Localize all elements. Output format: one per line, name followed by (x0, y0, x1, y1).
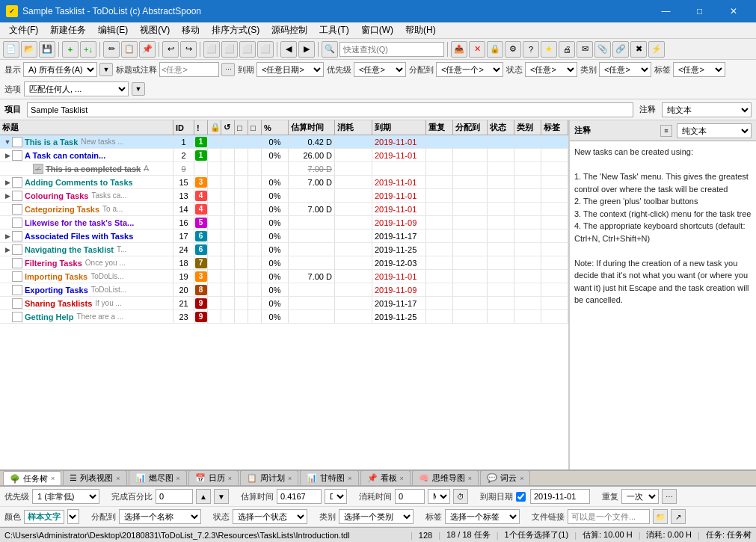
task-checkbox[interactable] (12, 191, 22, 201)
tb-next[interactable]: ▶ (298, 41, 315, 58)
expand-btn[interactable]: ▶ (3, 245, 12, 254)
col-recur[interactable]: ↺ (221, 120, 235, 135)
file-open-btn[interactable]: ↗ (671, 509, 686, 524)
tb-star[interactable]: ★ (541, 41, 557, 58)
tb-edit[interactable]: ✏ (103, 41, 120, 58)
estimate-unit-select[interactable]: D (325, 489, 347, 504)
tab-close-5[interactable]: × (348, 475, 351, 482)
category-select[interactable]: 选择一个类别 (339, 509, 414, 524)
col-c2[interactable]: □ (248, 120, 262, 135)
col-recur2[interactable]: 重复 (426, 120, 453, 135)
tab-close-7[interactable]: × (468, 475, 472, 482)
tb-print[interactable]: 🖨 (559, 41, 575, 58)
tab-close-6[interactable]: × (400, 475, 404, 482)
task-row[interactable]: ▶ Associated Files with Tasks 17 6 0% 20… (0, 230, 568, 243)
percent-down[interactable]: ▼ (214, 489, 229, 504)
priority-select[interactable]: 1 (非常低) (32, 489, 99, 504)
minimize-button[interactable]: — (649, 0, 683, 22)
tb-paste[interactable]: 📌 (139, 41, 156, 58)
tb-delete[interactable]: ✕ (469, 41, 485, 58)
file-input[interactable] (568, 509, 650, 524)
tb-b2[interactable]: ⬜ (221, 41, 238, 58)
col-tag[interactable]: 标签 (541, 120, 568, 135)
tab-燃尽图[interactable]: 📊燃尽图× (129, 470, 187, 485)
notes-panel-format-select[interactable]: 纯文本 (677, 123, 752, 138)
task-row[interactable]: Categorizing Tasks To a... 14 4 0% 7.00 … (0, 203, 568, 216)
col-status[interactable]: 状态 (488, 120, 514, 135)
tab-甘特图[interactable]: 📊甘特图× (300, 470, 358, 485)
tab-看板[interactable]: 📌看板× (360, 470, 411, 485)
close-button[interactable]: ✕ (716, 0, 750, 22)
estimate-input[interactable] (277, 489, 322, 504)
tab-列表视图[interactable]: ☰列表视图× (63, 470, 126, 485)
tb-find[interactable]: 🔍 (322, 41, 338, 58)
filter-selection-select[interactable]: 匹配任何人, ... (24, 81, 129, 96)
expand-btn[interactable]: ▶ (3, 191, 12, 200)
task-checkbox[interactable] (12, 258, 22, 268)
tab-任务树[interactable]: 🌳任务树× (3, 471, 61, 486)
filter-selection-btn[interactable]: ▼ (132, 82, 145, 96)
expand-btn[interactable]: ▶ (3, 178, 12, 187)
expand-btn[interactable]: ▶ (3, 232, 12, 241)
task-row[interactable]: Likewise for the task's Sta... 16 5 0% 2… (0, 216, 568, 230)
col-id[interactable]: ID (173, 120, 194, 135)
filter-assign-select[interactable]: <任意一个> (436, 62, 503, 77)
col-estimate[interactable]: 估算时间 (289, 120, 335, 135)
menu-item-v[interactable]: 视图(V) (134, 22, 176, 38)
task-row[interactable]: Filtering Tasks Once you ... 18 7 0% 201… (0, 256, 568, 270)
tb-b4[interactable]: ⬜ (257, 41, 274, 58)
filter-show-select[interactable]: A) 所有任务(A) (23, 62, 97, 77)
spent-input[interactable] (395, 489, 425, 504)
task-checkbox[interactable] (12, 137, 22, 147)
filter-tag-select[interactable]: <任意> (673, 62, 725, 77)
col-lock[interactable]: 🔒 (208, 120, 221, 135)
percent-up[interactable]: ▲ (196, 489, 211, 504)
col-category[interactable]: 类别 (514, 120, 541, 135)
col-bang[interactable]: ! (194, 120, 208, 135)
tb-b3[interactable]: ⬜ (239, 41, 256, 58)
filter-priority-select[interactable]: <任意> (354, 62, 406, 77)
tb-prev[interactable]: ◀ (280, 41, 297, 58)
tab-周计划[interactable]: 📋周计划× (240, 470, 298, 485)
task-row[interactable]: ▶ Adding Comments to Tasks 15 3 0% 7.00 … (0, 176, 568, 189)
tb-b1[interactable]: ⬜ (203, 41, 220, 58)
tb-addsubtask[interactable]: +↓ (80, 41, 96, 58)
tb-export[interactable]: 📤 (451, 41, 467, 58)
project-input[interactable] (27, 102, 633, 117)
task-row[interactable]: ▶ Navigating the Tasklist T... 24 6 0% 2… (0, 243, 568, 256)
tb-save[interactable]: 💾 (39, 41, 55, 58)
task-row[interactable]: Getting Help There are a ... 23 9 0% 201… (0, 310, 568, 324)
filter-title-input[interactable] (159, 62, 219, 77)
expand-btn[interactable] (3, 299, 12, 308)
maximize-button[interactable]: □ (683, 0, 716, 22)
tb-settings[interactable]: ⚙ (505, 41, 521, 58)
col-assign[interactable]: 分配到 (453, 120, 488, 135)
search-input[interactable] (339, 42, 444, 57)
tab-日历[interactable]: 📅日历× (188, 470, 239, 485)
filter-title-btn[interactable]: ⋯ (221, 63, 235, 76)
task-row[interactable]: Importing Tasks ToDoLis... 19 3 0% 7.00 … (0, 270, 568, 283)
color-select[interactable]: ▼ (67, 509, 79, 524)
tb-copy[interactable]: 📋 (121, 41, 138, 58)
menu-item-t[interactable]: 工具(T) (313, 22, 354, 38)
col-spent[interactable]: 消耗 (335, 120, 372, 135)
task-row[interactable]: ▶ A Task can contain... 2 1 0% 26.00 D 2… (0, 149, 568, 162)
task-checkbox[interactable] (12, 271, 22, 282)
tb-open[interactable]: 📂 (21, 41, 37, 58)
expand-btn[interactable] (24, 164, 33, 173)
tab-close-0[interactable]: × (51, 475, 55, 482)
tb-b5[interactable]: 📎 (594, 41, 611, 58)
filter-due-select[interactable]: <任意日期> (256, 62, 324, 77)
tab-close-3[interactable]: × (228, 475, 232, 482)
col-title[interactable]: 标题 (0, 120, 173, 135)
expand-btn[interactable] (3, 205, 12, 214)
spent-time-btn[interactable]: ⏱ (453, 489, 468, 504)
expand-btn[interactable]: ▶ (3, 151, 12, 160)
expand-btn[interactable] (3, 312, 12, 321)
task-checkbox[interactable] (12, 231, 22, 241)
tab-close-4[interactable]: × (288, 475, 292, 482)
task-checkbox[interactable]: ✓ (33, 164, 43, 174)
menu-item-w[interactable]: 窗口(W) (355, 22, 399, 38)
task-row[interactable]: ✓ This is a completed task A 9 7.00 D (0, 162, 568, 176)
tb-redo[interactable]: ↪ (180, 41, 197, 58)
